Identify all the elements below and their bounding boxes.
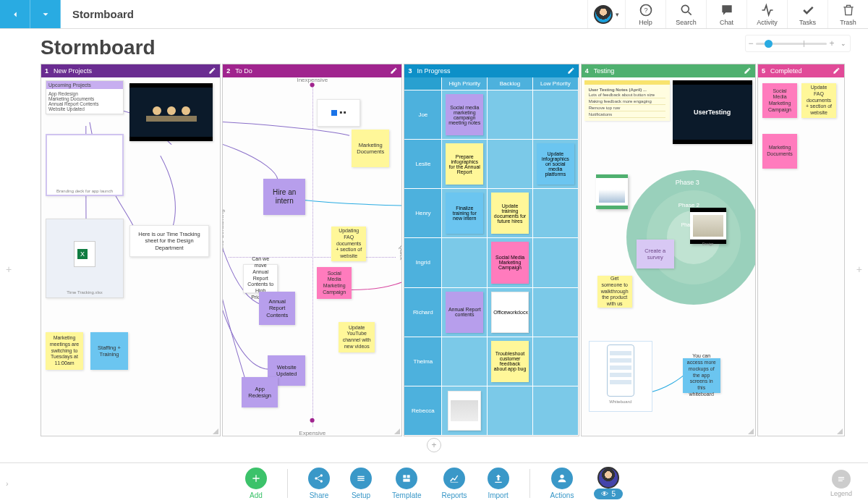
sticky-completed-faq[interactable]: Update FAQ documents + section of websit…	[801, 83, 836, 118]
search-button[interactable]: Search	[665, 0, 706, 28]
resize-icon[interactable]	[211, 427, 218, 434]
card[interactable]: Update training documents for future hir…	[491, 193, 529, 234]
card[interactable]: Troubleshoot customer feedback about app…	[491, 341, 529, 382]
edit-icon[interactable]	[833, 67, 841, 76]
activity-button[interactable]: Activity	[746, 0, 787, 28]
svg-point-6	[182, 106, 190, 115]
resize-icon[interactable]	[393, 427, 400, 434]
actions-button[interactable]: Actions	[550, 468, 574, 499]
card[interactable]: Prepare infographics for the Annual Repo…	[446, 143, 483, 185]
expand-left-icon[interactable]: +	[6, 263, 12, 275]
section-header[interactable]: 2 To Do	[223, 64, 401, 77]
sticky-annual-report[interactable]: Annual Report Contents	[259, 292, 295, 325]
sticky-mockups[interactable]: You can access more mockups of the app s…	[683, 358, 720, 393]
section-header[interactable]: 4 Testing	[582, 64, 755, 77]
sticky-smm[interactable]: Social Media Marketing Campaign	[317, 267, 352, 299]
add-section-button[interactable]: +	[427, 438, 441, 452]
sticky-update-youtube[interactable]: Update YouTube channel with new videos	[339, 322, 375, 352]
section-todo: 2 To Do Inexpensive Expensive Time Consu…	[222, 64, 402, 436]
priority-grid: High Priority Backlog Low Priority Joe S…	[404, 77, 578, 436]
card-doc[interactable]: Officeworkdocx	[491, 292, 529, 333]
sticky-create-survey[interactable]: Create a survey	[637, 240, 674, 269]
section-new-projects: 1 New Projects Upcoming Projects App Red…	[41, 64, 221, 436]
sticky-completed-mkt[interactable]: Marketing Documents	[762, 134, 797, 169]
svg-rect-14	[404, 478, 410, 481]
share-button[interactable]: Share	[308, 468, 330, 499]
card[interactable]: Social media marketing campaign meeting …	[446, 94, 483, 135]
photo-thumbnail-2[interactable]: Design	[690, 208, 726, 244]
expand-bottombar-icon[interactable]: ›	[6, 479, 9, 488]
sticky-app-redesign[interactable]: App Redesign	[242, 377, 278, 407]
zoom-dropdown[interactable]: ⌄	[837, 40, 850, 47]
template-button[interactable]: Template	[392, 468, 422, 499]
back-button[interactable]	[0, 0, 30, 28]
zoom-out-icon[interactable]: −	[746, 38, 756, 48]
setup-button[interactable]: Setup	[350, 468, 372, 499]
resize-icon[interactable]	[835, 427, 843, 434]
card-screenshot[interactable]	[448, 391, 481, 431]
upload-icon	[488, 468, 509, 489]
zoom-control[interactable]: − + ⌄	[745, 35, 851, 52]
edit-icon[interactable]	[208, 67, 216, 76]
dropdown-button[interactable]	[30, 0, 61, 28]
share-icon	[308, 468, 330, 489]
section-header[interactable]: 3 In Progress	[404, 64, 578, 77]
plus-icon	[245, 468, 267, 489]
zoom-mark	[804, 41, 804, 47]
card[interactable]: Social Media Marketing Campaign	[491, 242, 529, 283]
svg-point-10	[320, 474, 323, 476]
blank-card[interactable]: Branding deck for app launch	[46, 134, 124, 196]
video-usertesting[interactable]: UserTesting	[673, 80, 752, 144]
card[interactable]: Update infographics on social media plat…	[537, 143, 574, 185]
section-header[interactable]: 5 Completed	[758, 64, 844, 77]
sticky-staffing[interactable]: Staffing + Training	[90, 332, 128, 370]
legend-button[interactable]: Legend	[830, 470, 852, 497]
sticky-logos-card[interactable]: ■ ■	[317, 99, 360, 127]
resize-icon[interactable]	[746, 427, 754, 434]
svg-point-5	[167, 106, 176, 115]
edit-icon[interactable]	[390, 67, 398, 76]
import-button[interactable]: Import	[488, 468, 509, 499]
section-header[interactable]: 1 New Projects	[41, 64, 220, 77]
edit-icon[interactable]	[744, 67, 752, 76]
card[interactable]: Annual Report contents	[446, 292, 483, 333]
svg-text:?: ?	[644, 7, 647, 14]
axis-vertical	[312, 83, 313, 427]
row-header: Henry	[404, 189, 442, 238]
sticky-walkthrough[interactable]: Get someone to walkthrough the product w…	[597, 276, 632, 308]
tasks-button[interactable]: Tasks	[787, 0, 827, 28]
edit-icon[interactable]	[567, 67, 575, 76]
sticky-hire-intern[interactable]: Hire an intern	[263, 179, 305, 215]
divider	[287, 469, 288, 498]
trash-button[interactable]: Trash	[827, 0, 868, 28]
sticky-marketing-docs[interactable]: Marketing Documents	[352, 130, 389, 167]
zoom-thumb[interactable]	[765, 40, 773, 48]
reports-button[interactable]: Reports	[442, 468, 467, 499]
column-header: Backlog	[488, 77, 533, 90]
user-avatar-menu[interactable]: ▾	[587, 0, 625, 28]
zoom-in-icon[interactable]: +	[827, 38, 837, 48]
axis-label: Expensive	[299, 430, 326, 436]
online-users[interactable]: 👁 5	[594, 467, 623, 499]
svg-rect-13	[407, 475, 410, 478]
add-button[interactable]: Add	[245, 468, 267, 499]
expand-right-icon[interactable]: +	[856, 263, 862, 275]
sticky-marketing-meetings[interactable]: Marketing meetings are switching to Tues…	[46, 332, 83, 370]
sticky-update-faq[interactable]: Updating FAQ documents + section of webs…	[331, 227, 366, 261]
testing-notes-card[interactable]: User Testing Notes (April) ... Lots of f…	[584, 80, 670, 121]
card[interactable]: Finalize training for new intern	[446, 193, 483, 234]
sticky-time-tracking[interactable]: Here is our Time Tracking sheet for the …	[129, 225, 209, 257]
wireframe-card[interactable]: Whiteboard	[589, 341, 652, 412]
canvas[interactable]: + + + 1 New Projects Upcoming Projects	[0, 64, 868, 462]
avatar-icon	[594, 5, 613, 24]
zoom-slider[interactable]	[756, 43, 827, 45]
chat-button[interactable]: Chat	[706, 0, 746, 28]
spreadsheet-card[interactable]: Time Tracking.xlsx	[46, 219, 124, 298]
photo-thumbnail-1[interactable]	[596, 174, 628, 209]
video-thumbnail[interactable]	[129, 83, 213, 141]
upcoming-projects-panel[interactable]: Upcoming Projects App Redesign Marketing…	[46, 80, 124, 114]
svg-rect-3	[146, 116, 197, 122]
help-button[interactable]: ? Help	[625, 0, 665, 28]
sticky-priority-question[interactable]: Can we move Annual Report Contents to Hi…	[243, 264, 278, 293]
sticky-completed-smm[interactable]: Social Media Marketing Campaign	[762, 83, 797, 118]
